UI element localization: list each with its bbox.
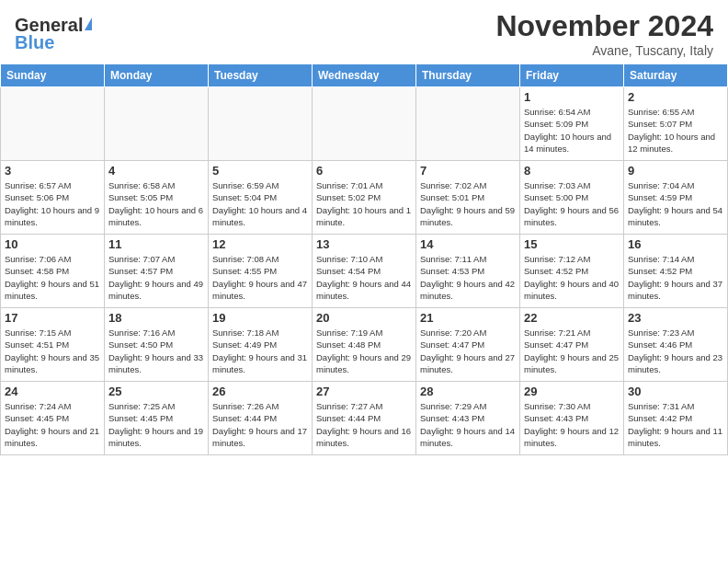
table-row xyxy=(1,87,105,161)
table-row: 9Sunrise: 7:04 AM Sunset: 4:59 PM Daylig… xyxy=(624,161,728,235)
day-info: Sunrise: 7:19 AM Sunset: 4:48 PM Dayligh… xyxy=(316,327,412,375)
col-thursday: Thursday xyxy=(416,64,520,87)
day-info: Sunrise: 7:07 AM Sunset: 4:57 PM Dayligh… xyxy=(108,253,204,302)
day-info: Sunrise: 7:10 AM Sunset: 4:54 PM Dayligh… xyxy=(316,253,412,302)
day-number: 27 xyxy=(316,385,412,398)
day-number: 8 xyxy=(524,164,620,178)
day-number: 5 xyxy=(212,164,308,178)
day-info: Sunrise: 7:21 AM Sunset: 4:47 PM Dayligh… xyxy=(524,327,620,375)
day-info: Sunrise: 7:03 AM Sunset: 5:00 PM Dayligh… xyxy=(524,179,620,228)
table-row: 23Sunrise: 7:23 AM Sunset: 4:46 PM Dayli… xyxy=(624,308,728,382)
day-info: Sunrise: 7:18 AM Sunset: 4:49 PM Dayligh… xyxy=(212,327,308,375)
table-row: 29Sunrise: 7:30 AM Sunset: 4:43 PM Dayli… xyxy=(520,382,624,455)
day-info: Sunrise: 6:54 AM Sunset: 5:09 PM Dayligh… xyxy=(524,106,620,155)
day-number: 6 xyxy=(316,164,412,178)
day-info: Sunrise: 7:20 AM Sunset: 4:47 PM Dayligh… xyxy=(420,327,516,375)
day-info: Sunrise: 7:16 AM Sunset: 4:50 PM Dayligh… xyxy=(108,327,204,375)
logo-blue-text: Blue xyxy=(15,32,54,53)
day-info: Sunrise: 7:04 AM Sunset: 4:59 PM Dayligh… xyxy=(628,179,723,228)
day-number: 18 xyxy=(108,311,204,325)
table-row: 27Sunrise: 7:27 AM Sunset: 4:44 PM Dayli… xyxy=(313,382,416,455)
table-row xyxy=(416,87,520,161)
logo-triangle-icon xyxy=(85,17,92,30)
table-row: 25Sunrise: 7:25 AM Sunset: 4:45 PM Dayli… xyxy=(105,382,209,455)
table-row: 15Sunrise: 7:12 AM Sunset: 4:52 PM Dayli… xyxy=(520,235,624,308)
day-info: Sunrise: 6:59 AM Sunset: 5:04 PM Dayligh… xyxy=(212,179,308,228)
day-info: Sunrise: 7:27 AM Sunset: 4:44 PM Dayligh… xyxy=(316,400,412,449)
table-row: 8Sunrise: 7:03 AM Sunset: 5:00 PM Daylig… xyxy=(520,161,624,235)
table-row: 3Sunrise: 6:57 AM Sunset: 5:06 PM Daylig… xyxy=(1,161,105,235)
table-row: 21Sunrise: 7:20 AM Sunset: 4:47 PM Dayli… xyxy=(416,308,520,382)
table-row: 2Sunrise: 6:55 AM Sunset: 5:07 PM Daylig… xyxy=(624,87,728,161)
day-info: Sunrise: 7:29 AM Sunset: 4:43 PM Dayligh… xyxy=(420,400,516,449)
day-info: Sunrise: 7:01 AM Sunset: 5:02 PM Dayligh… xyxy=(316,179,412,228)
day-number: 4 xyxy=(108,164,204,178)
table-row: 1Sunrise: 6:54 AM Sunset: 5:09 PM Daylig… xyxy=(520,87,624,161)
month-title: November 2024 xyxy=(495,9,713,43)
table-row xyxy=(105,87,209,161)
day-number: 30 xyxy=(628,385,723,398)
calendar-table: Sunday Monday Tuesday Wednesday Thursday… xyxy=(0,63,728,455)
day-number: 23 xyxy=(628,311,723,325)
table-row: 22Sunrise: 7:21 AM Sunset: 4:47 PM Dayli… xyxy=(520,308,624,382)
day-number: 15 xyxy=(524,237,620,251)
table-row: 7Sunrise: 7:02 AM Sunset: 5:01 PM Daylig… xyxy=(416,161,520,235)
table-row: 6Sunrise: 7:01 AM Sunset: 5:02 PM Daylig… xyxy=(313,161,416,235)
day-info: Sunrise: 6:57 AM Sunset: 5:06 PM Dayligh… xyxy=(5,179,100,228)
day-number: 9 xyxy=(628,164,723,178)
day-info: Sunrise: 6:55 AM Sunset: 5:07 PM Dayligh… xyxy=(628,106,723,155)
day-info: Sunrise: 7:30 AM Sunset: 4:43 PM Dayligh… xyxy=(524,400,620,449)
day-number: 12 xyxy=(212,237,308,251)
day-number: 19 xyxy=(212,311,308,325)
day-number: 26 xyxy=(212,385,308,398)
table-row: 14Sunrise: 7:11 AM Sunset: 4:53 PM Dayli… xyxy=(416,235,520,308)
table-row: 17Sunrise: 7:15 AM Sunset: 4:51 PM Dayli… xyxy=(1,308,105,382)
day-info: Sunrise: 7:25 AM Sunset: 4:45 PM Dayligh… xyxy=(108,400,204,449)
col-monday: Monday xyxy=(105,64,209,87)
table-row xyxy=(209,87,313,161)
table-row xyxy=(313,87,416,161)
col-sunday: Sunday xyxy=(1,64,105,87)
col-wednesday: Wednesday xyxy=(313,64,416,87)
day-info: Sunrise: 7:11 AM Sunset: 4:53 PM Dayligh… xyxy=(420,253,516,302)
day-number: 14 xyxy=(420,237,516,251)
location: Avane, Tuscany, Italy xyxy=(495,43,713,58)
calendar-week-row: 3Sunrise: 6:57 AM Sunset: 5:06 PM Daylig… xyxy=(1,161,728,235)
table-row: 10Sunrise: 7:06 AM Sunset: 4:58 PM Dayli… xyxy=(1,235,105,308)
day-info: Sunrise: 7:31 AM Sunset: 4:42 PM Dayligh… xyxy=(628,400,723,449)
day-info: Sunrise: 7:23 AM Sunset: 4:46 PM Dayligh… xyxy=(628,327,723,375)
day-number: 16 xyxy=(628,237,723,251)
day-number: 17 xyxy=(5,311,100,325)
calendar-week-row: 17Sunrise: 7:15 AM Sunset: 4:51 PM Dayli… xyxy=(1,308,728,382)
table-row: 5Sunrise: 6:59 AM Sunset: 5:04 PM Daylig… xyxy=(209,161,313,235)
day-info: Sunrise: 7:14 AM Sunset: 4:52 PM Dayligh… xyxy=(628,253,723,302)
calendar-header-row: Sunday Monday Tuesday Wednesday Thursday… xyxy=(1,64,728,87)
table-row: 19Sunrise: 7:18 AM Sunset: 4:49 PM Dayli… xyxy=(209,308,313,382)
table-row: 30Sunrise: 7:31 AM Sunset: 4:42 PM Dayli… xyxy=(624,382,728,455)
day-number: 24 xyxy=(5,385,100,398)
day-info: Sunrise: 7:02 AM Sunset: 5:01 PM Dayligh… xyxy=(420,179,516,228)
day-number: 25 xyxy=(108,385,204,398)
col-saturday: Saturday xyxy=(624,64,728,87)
day-number: 10 xyxy=(5,237,100,251)
calendar-week-row: 10Sunrise: 7:06 AM Sunset: 4:58 PM Dayli… xyxy=(1,235,728,308)
table-row: 16Sunrise: 7:14 AM Sunset: 4:52 PM Dayli… xyxy=(624,235,728,308)
table-row: 24Sunrise: 7:24 AM Sunset: 4:45 PM Dayli… xyxy=(1,382,105,455)
col-tuesday: Tuesday xyxy=(209,64,313,87)
page-wrapper: General Blue November 2024 Avane, Tuscan… xyxy=(0,0,728,563)
day-info: Sunrise: 7:12 AM Sunset: 4:52 PM Dayligh… xyxy=(524,253,620,302)
title-block: November 2024 Avane, Tuscany, Italy xyxy=(495,9,713,58)
calendar-week-row: 1Sunrise: 6:54 AM Sunset: 5:09 PM Daylig… xyxy=(1,87,728,161)
day-number: 22 xyxy=(524,311,620,325)
day-info: Sunrise: 6:58 AM Sunset: 5:05 PM Dayligh… xyxy=(108,179,204,228)
day-info: Sunrise: 7:06 AM Sunset: 4:58 PM Dayligh… xyxy=(5,253,100,302)
logo: General Blue xyxy=(15,15,92,53)
col-friday: Friday xyxy=(520,64,624,87)
day-number: 21 xyxy=(420,311,516,325)
table-row: 13Sunrise: 7:10 AM Sunset: 4:54 PM Dayli… xyxy=(313,235,416,308)
day-number: 7 xyxy=(420,164,516,178)
day-number: 3 xyxy=(5,164,100,178)
day-info: Sunrise: 7:15 AM Sunset: 4:51 PM Dayligh… xyxy=(5,327,100,375)
day-number: 2 xyxy=(628,90,723,104)
table-row: 26Sunrise: 7:26 AM Sunset: 4:44 PM Dayli… xyxy=(209,382,313,455)
